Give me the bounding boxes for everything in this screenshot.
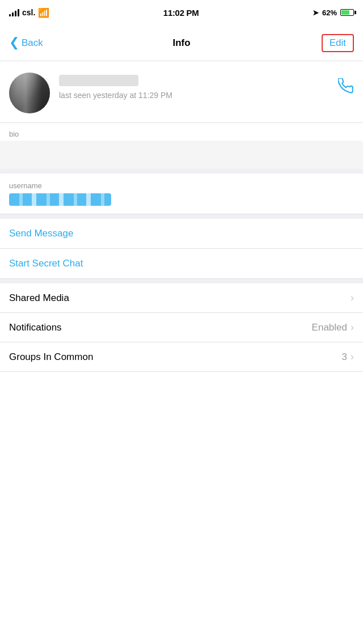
- notifications-label: Notifications: [9, 322, 62, 333]
- status-left: csl. 📶: [9, 7, 49, 18]
- bio-content: [0, 141, 363, 169]
- call-button[interactable]: [338, 78, 354, 98]
- send-message-button[interactable]: Send Message: [9, 228, 73, 239]
- battery-percent: 62%: [322, 9, 337, 17]
- avatar-image: [9, 73, 50, 113]
- location-icon: ➤: [313, 9, 319, 17]
- shared-media-chevron-icon: ›: [351, 292, 354, 304]
- profile-section: last seen yesterday at 11:29 PM: [0, 61, 363, 123]
- notifications-right: Enabled ›: [312, 321, 354, 333]
- bio-section: bio: [0, 123, 363, 169]
- start-secret-chat-button[interactable]: Start Secret Chat: [9, 258, 83, 269]
- shared-media-row[interactable]: Shared Media ›: [0, 283, 363, 313]
- notifications-row[interactable]: Notifications Enabled ›: [0, 313, 363, 342]
- groups-in-common-row[interactable]: Groups In Common 3 ›: [0, 342, 363, 372]
- wifi-icon: 📶: [38, 7, 49, 18]
- groups-in-common-right: 3 ›: [342, 351, 354, 363]
- profile-status: last seen yesterday at 11:29 PM: [59, 91, 329, 100]
- username-label: username: [9, 181, 354, 190]
- battery-icon: [340, 9, 354, 16]
- avatar: [9, 73, 50, 113]
- profile-name-redacted: [59, 75, 138, 86]
- status-bar: csl. 📶 11:02 PM ➤ 62%: [0, 0, 363, 25]
- bio-label: bio: [9, 130, 354, 138]
- back-button[interactable]: ❮ Back: [9, 37, 43, 49]
- groups-in-common-label: Groups In Common: [9, 351, 93, 363]
- shared-media-right: ›: [351, 292, 354, 304]
- back-label: Back: [22, 37, 43, 49]
- start-secret-chat-row[interactable]: Start Secret Chat: [0, 249, 363, 279]
- status-right: ➤ 62%: [313, 9, 354, 17]
- username-section: username: [0, 173, 363, 214]
- status-time: 11:02 PM: [163, 8, 199, 18]
- section-divider-2: [0, 214, 363, 219]
- section-divider-1: [0, 169, 363, 173]
- groups-in-common-chevron-icon: ›: [351, 351, 354, 363]
- notifications-value: Enabled: [312, 322, 347, 333]
- signal-bars: [9, 9, 19, 16]
- notifications-chevron-icon: ›: [351, 321, 354, 333]
- shared-media-label: Shared Media: [9, 293, 69, 304]
- username-value-redacted: [9, 193, 111, 206]
- carrier-label: csl.: [22, 8, 35, 17]
- send-message-row[interactable]: Send Message: [0, 219, 363, 249]
- nav-bar: ❮ Back Info Edit: [0, 25, 363, 61]
- back-chevron-icon: ❮: [9, 36, 19, 49]
- groups-in-common-value: 3: [342, 351, 347, 363]
- section-divider-3: [0, 279, 363, 283]
- edit-button[interactable]: Edit: [322, 34, 354, 52]
- page-title: Info: [172, 37, 190, 49]
- profile-info: last seen yesterday at 11:29 PM: [59, 73, 329, 100]
